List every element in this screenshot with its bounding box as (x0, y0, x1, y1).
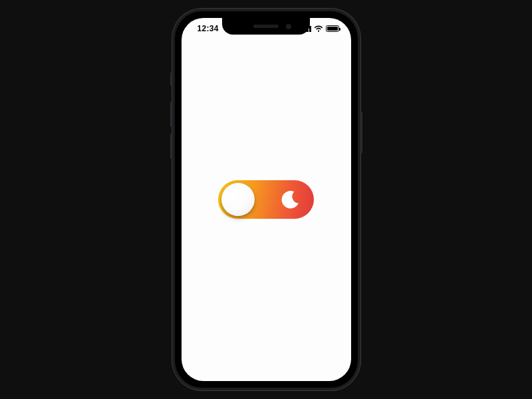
moon-icon (281, 190, 301, 209)
volume-down-button[interactable] (170, 134, 172, 159)
theme-toggle[interactable] (218, 180, 314, 219)
mute-switch[interactable] (170, 72, 172, 86)
phone-frame: 12:34 (172, 9, 360, 390)
toggle-knob (221, 183, 255, 216)
screen: 12:34 (182, 18, 351, 381)
power-button[interactable] (360, 112, 362, 153)
volume-up-button[interactable] (170, 102, 172, 127)
main-content (182, 18, 351, 381)
phone-bezel: 12:34 (175, 11, 358, 388)
